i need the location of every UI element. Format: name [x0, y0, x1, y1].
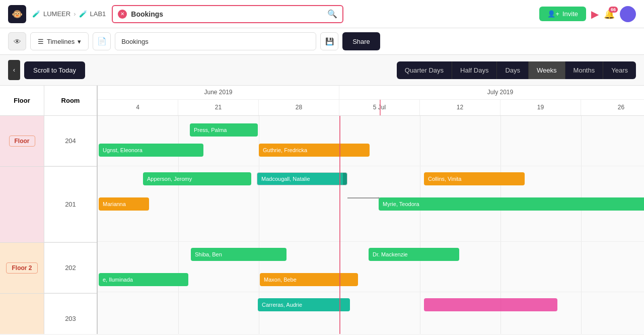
week-4: 4	[98, 100, 178, 115]
time-scale-group: Quarter Days Half Days Days Weeks Months…	[397, 61, 636, 79]
column-headers: Floor Room	[0, 86, 97, 116]
eye-view-button[interactable]: 👁	[8, 32, 26, 50]
booking-pink-203[interactable]	[424, 298, 557, 311]
room-201-cell[interactable]: 201	[44, 167, 97, 242]
header-right: 👤+ Invite ▶ 🔔 66	[539, 6, 636, 22]
user-avatar[interactable]	[620, 6, 636, 22]
room-202-cell[interactable]: 202	[44, 243, 97, 293]
search-button[interactable]: 🔍	[327, 9, 337, 19]
week-12: 12	[420, 100, 500, 115]
week-28: 28	[259, 100, 339, 115]
floor2-202-cell: Floor 2	[0, 243, 44, 293]
week-row: 4 21 28 5 Jul 12 19 26	[98, 100, 644, 115]
resize-handle[interactable]	[343, 173, 347, 185]
left-columns: Floor Room Floor 204 201	[0, 86, 98, 334]
booking-carreras-audrie[interactable]: Carreras, Audrie	[258, 298, 350, 311]
scroll-today-button[interactable]: Scroll to Today	[24, 61, 85, 79]
invite-button[interactable]: 👤+ Invite	[539, 7, 586, 21]
share-button[interactable]: Share	[342, 32, 380, 50]
scale-quarter-days[interactable]: Quarter Days	[397, 61, 452, 79]
timeline-controls: ‹ Scroll to Today Quarter Days Half Days…	[0, 55, 644, 86]
booking-maxon-bebe[interactable]: Maxon, Bebe	[260, 273, 358, 286]
room-204-cell[interactable]: 204	[44, 116, 97, 166]
project-icon: 🧪	[79, 10, 87, 18]
left-row-groups: Floor 204 201 Floor 2 202	[0, 116, 97, 334]
scale-half-days[interactable]: Half Days	[452, 61, 497, 79]
month-row: June 2019 July 2019	[98, 86, 644, 100]
timeline-header: June 2019 July 2019 4 21 28 5 Jul 12 19 …	[98, 86, 644, 116]
search-bar: ✕ 🔍	[112, 5, 343, 23]
week-5jul: 5 Jul	[339, 100, 420, 115]
june-label: June 2019	[98, 86, 339, 99]
notification-badge: 66	[609, 7, 618, 13]
invite-icon: 👤+	[547, 10, 559, 18]
document-button[interactable]: 📄	[93, 32, 111, 50]
search-input[interactable]	[131, 10, 323, 18]
workspace-icon: 🧪	[32, 10, 40, 18]
week-19: 19	[500, 100, 581, 115]
timeline-row-203: Carreras, Audrie	[98, 292, 644, 334]
floor2-203-cell	[0, 294, 44, 334]
bookings-icon: ✕	[118, 10, 127, 19]
booking-guthrie-fredricka[interactable]: Guthrie, Fredricka	[259, 144, 370, 157]
floor2-badge[interactable]: Floor 2	[6, 262, 37, 274]
week-21: 21	[178, 100, 259, 115]
breadcrumb: 🧪 LUMEER › 🧪 LAB1	[32, 10, 106, 18]
booking-madcougall-natalie[interactable]: Madcougall, Natalie	[257, 172, 347, 185]
timelines-dropdown[interactable]: ☰ Timelines ▾	[30, 32, 89, 50]
scale-weeks[interactable]: Weeks	[529, 61, 565, 79]
week-26: 26	[581, 100, 644, 115]
timeline-area[interactable]: June 2019 July 2019 4 21 28 5 Jul 12 19 …	[98, 86, 644, 334]
booking-marianna[interactable]: Marianna	[99, 197, 149, 211]
collapse-button[interactable]: ‹	[8, 60, 20, 80]
booking-dr-mackenzie[interactable]: Dr. Mackenzie	[369, 248, 459, 261]
toolbar: 👁 ☰ Timelines ▾ 📄 💾 Share	[0, 28, 644, 55]
timeline-row-201: Apperson, Jeromy Madcougall, Natalie Col…	[98, 166, 644, 242]
timeline-row-204: Press, Palma Ugnst, Eleonora Guthrie, Fr…	[98, 116, 644, 166]
room-column-header: Room	[44, 86, 97, 115]
project-label[interactable]: LAB1	[90, 10, 106, 18]
floor1-201-cell	[0, 167, 44, 242]
today-vline	[339, 116, 340, 334]
timeline-row-202: Shiba, Ben Dr. Mackenzie e, Iluminada Ma…	[98, 242, 644, 292]
arrow-connector	[347, 197, 380, 198]
chevron-down-icon: ▾	[78, 38, 81, 45]
invite-label: Invite	[562, 10, 578, 18]
room-203-cell[interactable]: 203	[44, 294, 97, 334]
floor1-cell: Floor	[0, 116, 44, 166]
floor1-201-row: 201	[0, 167, 97, 243]
youtube-button[interactable]: ▶	[591, 8, 599, 20]
menu-icon: ☰	[38, 38, 44, 45]
scale-days[interactable]: Days	[497, 61, 529, 79]
scale-years[interactable]: Years	[603, 61, 636, 79]
app-logo[interactable]: 🐵	[8, 5, 26, 23]
scale-months[interactable]: Months	[565, 61, 604, 79]
floor-column-header: Floor	[0, 86, 44, 115]
booking-press-palma[interactable]: Press, Palma	[190, 123, 258, 137]
booking-iluminada[interactable]: e, Iluminada	[99, 273, 188, 286]
july-label: July 2019	[339, 86, 644, 99]
floor2-202-row: Floor 2 202	[0, 243, 97, 294]
booking-collins-vinita[interactable]: Collins, Vinita	[424, 172, 525, 185]
timeline-rows: Press, Palma Ugnst, Eleonora Guthrie, Fr…	[98, 116, 644, 334]
document-title-input[interactable]	[115, 32, 316, 50]
booking-shiba-ben[interactable]: Shiba, Ben	[191, 248, 287, 261]
booking-apperson-jeromy[interactable]: Apperson, Jeromy	[143, 172, 251, 185]
booking-ugnst-eleonora[interactable]: Ugnst, Eleonora	[99, 144, 203, 157]
workspace-label[interactable]: LUMEER	[43, 10, 70, 18]
top-header: 🐵 🧪 LUMEER › 🧪 LAB1 ✕ 🔍 👤+ Invite ▶ 🔔 66	[0, 0, 644, 28]
breadcrumb-chevron: ›	[74, 10, 76, 18]
calendar-body: Floor Room Floor 204 201	[0, 86, 644, 334]
notification-button[interactable]: 🔔 66	[604, 9, 615, 20]
save-button[interactable]: 💾	[320, 32, 338, 50]
floor1-204-row: Floor 204	[0, 116, 97, 167]
floor2-203-row: 203	[0, 294, 97, 334]
booking-myrie-teodora[interactable]: Myrie, Teodora	[379, 197, 644, 211]
timelines-label: Timelines	[47, 38, 75, 45]
floor1-badge[interactable]: Floor	[9, 136, 35, 147]
